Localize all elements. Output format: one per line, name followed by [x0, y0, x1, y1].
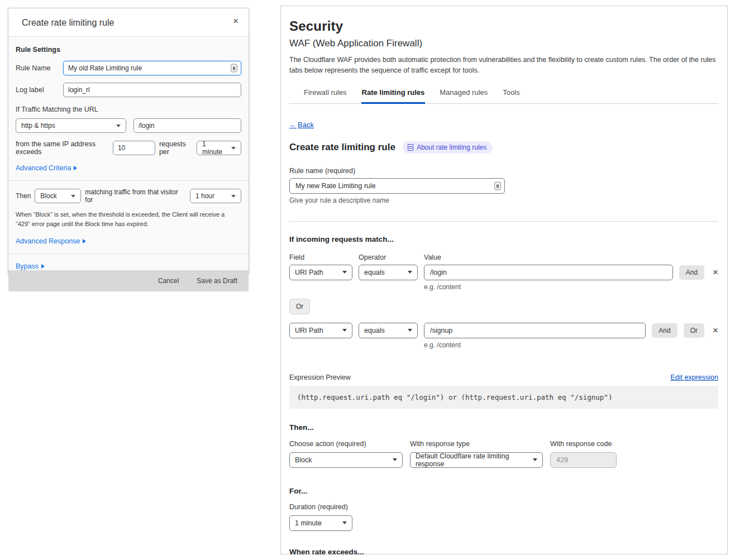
for-heading: For...: [289, 487, 718, 495]
page-subtitle: WAF (Web Application Firewall): [289, 38, 718, 49]
autofill-icon[interactable]: [231, 64, 237, 73]
response-type-label: With response type: [410, 440, 543, 448]
close-icon[interactable]: ×: [231, 14, 241, 28]
response-type-value: Default Cloudflare rate limiting respons…: [416, 452, 528, 468]
security-waf-panel: Security WAF (Web Application Firewall) …: [280, 6, 728, 554]
chevron-down-icon: [408, 329, 412, 332]
tab-managed-rules[interactable]: Managed rules: [439, 87, 488, 103]
field-select-value: URI Path: [295, 327, 323, 334]
and-button[interactable]: And: [652, 323, 677, 338]
action-select-value: Block: [40, 192, 56, 200]
cancel-button[interactable]: Cancel: [158, 277, 179, 285]
field-column-label: Field: [289, 253, 352, 261]
or-button[interactable]: Or: [684, 323, 704, 338]
expand-right-icon: [83, 239, 86, 243]
choose-action-value: Block: [295, 456, 312, 464]
chevron-down-icon: [533, 458, 537, 461]
value-helper: e.g. /content: [424, 283, 718, 291]
expand-right-icon: [41, 264, 45, 269]
operator-select[interactable]: equals: [359, 265, 418, 280]
response-type-select[interactable]: Default Cloudflare rate limiting respons…: [410, 452, 543, 468]
operator-select-value: equals: [364, 269, 385, 276]
choose-action-select[interactable]: Block: [289, 452, 403, 468]
or-button[interactable]: Or: [289, 299, 310, 314]
requests-count-input[interactable]: [113, 141, 155, 155]
tab-tools[interactable]: Tools: [502, 87, 520, 103]
block-note-text: When “Block” is set, when the threshold …: [16, 210, 241, 229]
edit-expression-link[interactable]: Edit expression: [671, 374, 718, 381]
match-heading: If incoming requests match...: [289, 235, 718, 243]
rule-name-input-wrap: [63, 61, 241, 75]
field-select[interactable]: URI Path: [289, 323, 352, 338]
value-column-label: Value: [424, 253, 718, 261]
tab-firewall-rules[interactable]: Firewall rules: [303, 87, 347, 103]
value-helper: e.g. /content: [424, 341, 718, 349]
log-label-input[interactable]: [63, 83, 241, 97]
scheme-select[interactable]: http & https: [16, 118, 126, 133]
rate-heading: When rate exceeds...: [289, 548, 718, 556]
field-select[interactable]: URI Path: [289, 265, 352, 280]
log-label-label: Log label: [16, 86, 63, 94]
back-link[interactable]: ←Back: [289, 121, 314, 129]
about-badge-label: About rate limiting rules: [417, 143, 486, 151]
response-code-input: [550, 452, 617, 468]
expand-right-icon: [74, 166, 77, 170]
rule-name-label: Rule Name: [16, 64, 63, 72]
remove-condition-icon[interactable]: ×: [713, 326, 718, 335]
threshold-middle-text: requests per: [159, 140, 193, 156]
advanced-response-label: Advanced Response: [16, 237, 80, 245]
remove-condition-icon[interactable]: ×: [713, 267, 718, 277]
response-code-label: With response code: [550, 440, 617, 448]
page-title: Security: [289, 18, 718, 34]
create-rate-limiting-rule-dialog: Create rate limiting rule × Rule Setting…: [8, 8, 249, 275]
about-rate-limiting-rules-badge[interactable]: About rate limiting rules: [403, 141, 493, 154]
dialog-body: Rule Settings Rule Name Log label If Tra…: [8, 37, 249, 270]
chevron-down-icon: [231, 147, 236, 150]
chevron-down-icon: [116, 125, 121, 127]
back-arrow-icon: ←: [289, 121, 297, 129]
divider: [8, 180, 249, 181]
period-select[interactable]: 1 minute: [197, 141, 241, 155]
bypass-link[interactable]: Bypass: [16, 262, 45, 270]
rule-name-input-wrap: [289, 178, 505, 194]
dialog-header: Create rate limiting rule ×: [8, 8, 249, 37]
rule-name-input[interactable]: [289, 178, 505, 194]
chevron-down-icon: [71, 195, 75, 198]
autofill-icon[interactable]: [494, 181, 501, 190]
value-input[interactable]: [424, 265, 673, 280]
form-heading: Create rate limiting rule: [289, 142, 395, 153]
condition-row: URI Path equals And ×: [289, 265, 718, 280]
advanced-response-link[interactable]: Advanced Response: [16, 237, 86, 245]
rule-name-helper: Give your rule a descriptive name: [289, 197, 718, 204]
action-select[interactable]: Block: [35, 189, 81, 203]
chevron-down-icon: [408, 271, 412, 274]
duration-select[interactable]: 1 minute: [289, 515, 352, 531]
back-label: Back: [298, 121, 314, 129]
field-select-value: URI Path: [295, 269, 323, 276]
block-duration-value: 1 hour: [195, 192, 214, 200]
dialog-footer: Cancel Save as Draft: [8, 270, 249, 291]
dialog-title: Create rate limiting rule: [22, 18, 114, 27]
value-input[interactable]: [424, 323, 646, 338]
advanced-criteria-link[interactable]: Advanced Criteria: [16, 164, 77, 172]
then-heading: Then...: [289, 423, 718, 432]
rule-settings-heading: Rule Settings: [16, 46, 241, 54]
duration-value: 1 minute: [295, 519, 322, 527]
and-button[interactable]: And: [679, 265, 704, 280]
chevron-down-icon: [342, 329, 347, 332]
period-select-value: 1 minute: [202, 140, 227, 156]
threshold-prefix-text: from the same IP address exceeds: [16, 140, 109, 156]
advanced-criteria-label: Advanced Criteria: [16, 164, 71, 172]
save-as-draft-button[interactable]: Save as Draft: [197, 277, 237, 285]
url-input[interactable]: [133, 118, 241, 133]
rule-name-input[interactable]: [63, 61, 241, 75]
then-middle-text: matching traffic from that visitor for: [85, 188, 186, 204]
block-duration-select[interactable]: 1 hour: [190, 189, 241, 203]
scheme-select-value: http & https: [21, 122, 55, 130]
operator-select[interactable]: equals: [359, 323, 418, 338]
chevron-down-icon: [342, 521, 347, 524]
waf-tabs: Firewall rules Rate limiting rules Manag…: [289, 87, 718, 104]
document-icon: [408, 144, 413, 151]
bypass-label: Bypass: [16, 262, 39, 270]
tab-rate-limiting-rules[interactable]: Rate limiting rules: [361, 87, 426, 103]
